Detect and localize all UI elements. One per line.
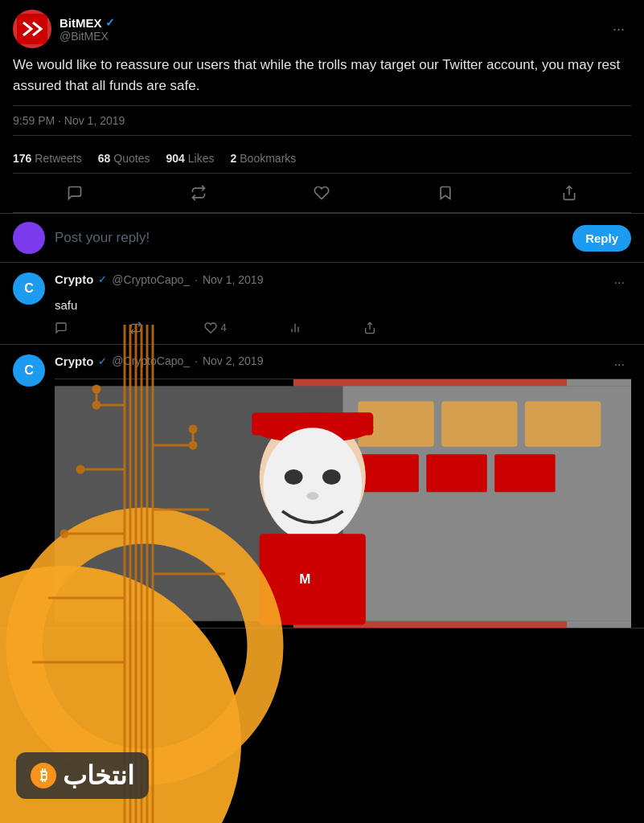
bookmark-action-button[interactable] bbox=[428, 180, 463, 206]
bookmarks-stat: 2 Bookmarks bbox=[230, 152, 296, 165]
quotes-label: Quotes bbox=[113, 152, 150, 165]
reply-2-handle: @CryptoCapo_ bbox=[112, 354, 190, 367]
author-name-row: BitMEX ✓ bbox=[59, 16, 115, 30]
reply-action-button[interactable] bbox=[57, 180, 92, 206]
reply-input-wrapper: Post your reply! Reply bbox=[55, 225, 631, 252]
svg-point-19 bbox=[306, 492, 318, 499]
replies-section: C Crypto ✓ @CryptoCapo_ · Nov 1, 2019 ··… bbox=[0, 263, 644, 629]
reply-1-likes-count: 4 bbox=[220, 321, 226, 334]
svg-point-18 bbox=[322, 469, 341, 485]
svg-point-16 bbox=[263, 428, 362, 542]
reply-2-verified-icon: ✓ bbox=[98, 355, 107, 367]
retweets-label: Retweets bbox=[35, 152, 81, 165]
reply-1-retweet-button[interactable] bbox=[129, 321, 142, 334]
reply-1-handle: @CryptoCapo_ bbox=[112, 273, 190, 286]
reply-2-header: Crypto ✓ @CryptoCapo_ · Nov 2, 2019 ··· bbox=[55, 354, 631, 375]
share-action-button[interactable] bbox=[552, 180, 587, 206]
reply-1-reply-button[interactable] bbox=[55, 321, 68, 334]
likes-count: 904 bbox=[166, 152, 184, 165]
likes-label: Likes bbox=[188, 152, 215, 165]
svg-rect-8 bbox=[441, 401, 517, 447]
reply-2-more-button[interactable]: ··· bbox=[608, 354, 631, 375]
reply-1-more-button[interactable]: ··· bbox=[608, 272, 631, 293]
svg-rect-10 bbox=[358, 454, 418, 492]
reply-1-analytics-button[interactable] bbox=[289, 321, 301, 334]
bitcoin-symbol: ₿ bbox=[40, 768, 47, 784]
reply-2-content: Crypto ✓ @CryptoCapo_ · Nov 2, 2019 ··· bbox=[55, 354, 631, 628]
reply-2-dot: · bbox=[195, 354, 198, 367]
verified-icon: ✓ bbox=[105, 16, 115, 29]
meme-svg: M bbox=[55, 379, 631, 628]
bookmarks-count: 2 bbox=[230, 152, 236, 165]
reply-2-date: Nov 2, 2019 bbox=[203, 354, 264, 367]
tweet-author: BitMEX ✓ @BitMEX bbox=[13, 10, 115, 48]
watermark-logo: ₿ انتخاب bbox=[16, 752, 149, 799]
like-action-button[interactable] bbox=[304, 180, 339, 206]
author-handle: @BitMEX bbox=[59, 30, 115, 43]
more-options-button[interactable]: ··· bbox=[606, 18, 631, 41]
reply-1-header: Crypto ✓ @CryptoCapo_ · Nov 1, 2019 ··· bbox=[55, 272, 631, 293]
svg-rect-20 bbox=[260, 534, 366, 624]
retweets-stat: 176 Retweets bbox=[13, 152, 82, 165]
reply-1-dot: · bbox=[195, 273, 198, 286]
svg-text:M: M bbox=[299, 571, 310, 586]
tweet-content: We would like to reassure our users that… bbox=[13, 55, 631, 96]
reply-input-area: Post your reply! Reply bbox=[0, 214, 644, 263]
avatar bbox=[13, 10, 51, 48]
tweet-header: BitMEX ✓ @BitMEX ··· bbox=[13, 10, 631, 48]
tweet-stats: 176 Retweets 68 Quotes 904 Likes 2 Bookm… bbox=[13, 144, 631, 174]
reply-1-verified-icon: ✓ bbox=[98, 273, 107, 285]
reply-1-name: Crypto bbox=[55, 272, 93, 286]
tweet-container: BitMEX ✓ @BitMEX ··· We would like to re… bbox=[0, 0, 644, 214]
svg-rect-12 bbox=[494, 454, 555, 492]
reply-2-author-info: Crypto ✓ @CryptoCapo_ · Nov 2, 2019 bbox=[55, 354, 263, 368]
svg-point-17 bbox=[285, 469, 303, 485]
reply-1-actions: 4 bbox=[55, 321, 376, 334]
reply-user-avatar bbox=[13, 222, 45, 254]
reply-1-like-button[interactable]: 4 bbox=[204, 321, 226, 334]
quotes-stat: 68 Quotes bbox=[98, 152, 150, 165]
reply-tweet-2: C Crypto ✓ @CryptoCapo_ · Nov 2, 2019 ··… bbox=[0, 345, 644, 629]
reply-1-content: Crypto ✓ @CryptoCapo_ · Nov 1, 2019 ··· … bbox=[55, 272, 631, 334]
author-info: BitMEX ✓ @BitMEX bbox=[59, 16, 115, 43]
retweets-count: 176 bbox=[13, 152, 31, 165]
reply-1-share-button[interactable] bbox=[363, 321, 376, 334]
reply-2-name: Crypto bbox=[55, 354, 93, 368]
reply-tweet-1: C Crypto ✓ @CryptoCapo_ · Nov 1, 2019 ··… bbox=[0, 263, 644, 345]
reply-1-avatar: C bbox=[13, 272, 45, 305]
reply-2-author-col: C bbox=[13, 354, 45, 628]
reply-1-author-info: Crypto ✓ @CryptoCapo_ · Nov 1, 2019 bbox=[55, 272, 263, 286]
meme-image: M bbox=[55, 379, 631, 628]
tweet-timestamp: 9:59 PM · Nov 1, 2019 bbox=[13, 105, 631, 136]
svg-rect-11 bbox=[426, 454, 486, 492]
reply-1-date: Nov 1, 2019 bbox=[203, 273, 264, 286]
likes-stat: 904 Likes bbox=[166, 152, 214, 165]
reply-1-author-col: C bbox=[13, 272, 45, 334]
author-name-text: BitMEX bbox=[59, 16, 102, 30]
watermark-text: انتخاب bbox=[63, 760, 134, 791]
reply-2-avatar: C bbox=[13, 354, 45, 387]
tweet-actions bbox=[13, 174, 631, 213]
reply-button[interactable]: Reply bbox=[572, 225, 631, 252]
svg-rect-9 bbox=[525, 401, 601, 447]
bookmarks-label: Bookmarks bbox=[240, 152, 296, 165]
reply-1-text: safu bbox=[55, 297, 631, 315]
reply-placeholder[interactable]: Post your reply! bbox=[55, 230, 572, 246]
bitcoin-icon: ₿ bbox=[31, 763, 56, 788]
quotes-count: 68 bbox=[98, 152, 111, 165]
bitmex-logo bbox=[17, 14, 47, 44]
retweet-action-button[interactable] bbox=[181, 180, 216, 206]
